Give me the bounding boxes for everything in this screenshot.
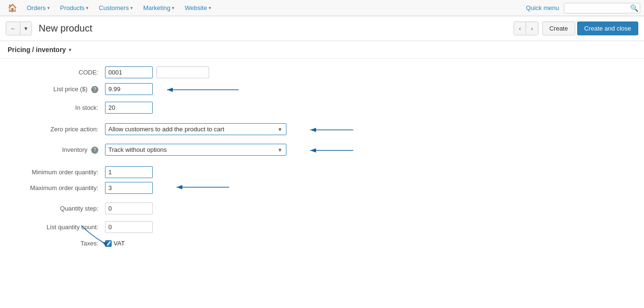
nav-orders[interactable]: Orders ▾ [22,1,54,14]
code-label: CODE: [0,69,105,76]
website-dropdown-arrow: ▾ [209,5,211,11]
top-nav: 🏠 Orders ▾ Products ▾ Customers ▾ Market… [0,0,644,16]
in-stock-input[interactable] [105,102,153,114]
list-price-label: List price ($) ? [0,85,105,93]
customers-dropdown-arrow: ▾ [130,5,133,11]
section-title: Pricing / inventory [8,46,66,53]
search-input[interactable] [564,3,640,13]
list-price-arrow [162,85,248,95]
search-wrap: 🔍 [564,3,640,13]
in-stock-row: In stock: [0,102,644,114]
zero-price-select[interactable]: Allow customers to add the product to ca… [105,123,286,135]
zero-price-select-wrap: Allow customers to add the product to ca… [105,123,286,135]
inventory-select-wrap: Track without options Track with options… [105,144,286,156]
next-record-button[interactable]: › [526,22,538,35]
zero-price-label: Zero price action: [0,126,105,133]
qty-step-row: Quantity step: [0,202,644,214]
max-order-row: Maximum order quantity: [0,182,644,194]
form-area: CODE: List price ($) ? In st [0,59,644,259]
marketing-dropdown-arrow: ▾ [172,5,174,11]
vat-checkbox-wrap: VAT [105,240,125,247]
section-header[interactable]: Pricing / inventory ▾ [0,41,644,59]
code-row: CODE: [0,66,644,78]
back-dropdown-button[interactable]: ▾ [21,22,32,35]
inventory-arrow [306,146,363,155]
nav-products[interactable]: Products ▾ [55,1,93,14]
back-button[interactable]: ← [6,22,21,35]
taxes-row: Taxes: VAT [0,240,644,247]
inventory-help-icon: ? [91,147,98,154]
code-input-1[interactable] [105,66,153,78]
prev-record-button[interactable]: ‹ [514,22,526,35]
create-close-button[interactable]: Create and close [577,21,638,35]
nav-arrows: ‹ › [514,21,538,35]
vat-label: VAT [114,240,125,247]
min-order-input[interactable] [105,166,153,178]
max-order-label: Maximum order quantity: [0,184,105,191]
home-icon[interactable]: 🏠 [4,1,21,14]
min-order-row: Minimum order quantity: [0,166,644,178]
orders-dropdown-arrow: ▾ [47,5,50,11]
zero-price-row: Zero price action: Allow customers to ad… [0,123,644,135]
nav-customers[interactable]: Customers ▾ [94,1,137,14]
section-dropdown-arrow: ▾ [69,47,72,53]
list-price-help-icon: ? [91,86,98,93]
qty-step-label: Quantity step: [0,205,105,212]
main-content: Pricing / inventory ▾ CODE: List price (… [0,41,644,308]
min-order-label: Minimum order quantity: [0,169,105,176]
zero-price-arrow [306,125,363,135]
list-price-row: List price ($) ? [0,83,644,95]
products-dropdown-arrow: ▾ [86,5,88,11]
inventory-row: Inventory ? Track without options Track … [0,144,644,156]
back-btn-group: ← ▾ [6,21,32,35]
max-order-input[interactable] [105,182,153,194]
toolbar: ← ▾ New product ‹ › Create Create and cl… [0,16,644,41]
nav-marketing[interactable]: Marketing ▾ [138,1,179,14]
search-icon[interactable]: 🔍 [630,4,638,12]
qty-step-input[interactable] [105,202,153,214]
page-title: New product [39,23,514,34]
create-button[interactable]: Create [542,21,575,35]
quick-menu-link[interactable]: Quick menu [526,4,559,11]
inventory-select[interactable]: Track without options Track with options… [105,144,286,156]
in-stock-label: In stock: [0,104,105,111]
taxes-arrow [76,221,115,244]
code-input-2[interactable] [157,66,209,78]
list-price-input[interactable] [105,83,153,95]
inventory-label: Inventory ? [0,146,105,154]
nav-website[interactable]: Website ▾ [180,1,216,14]
